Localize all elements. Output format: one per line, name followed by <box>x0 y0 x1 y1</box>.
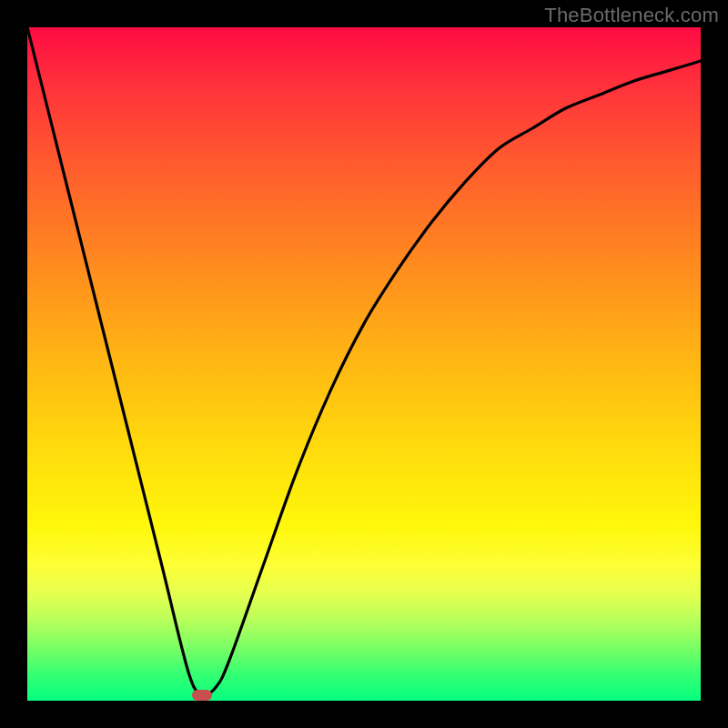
chart-frame: TheBottleneck.com <box>0 0 728 728</box>
attribution-text: TheBottleneck.com <box>544 4 719 27</box>
bottleneck-curve <box>27 27 701 701</box>
curve-path <box>27 27 701 694</box>
plot-area <box>27 27 701 701</box>
minimum-marker <box>192 690 212 701</box>
